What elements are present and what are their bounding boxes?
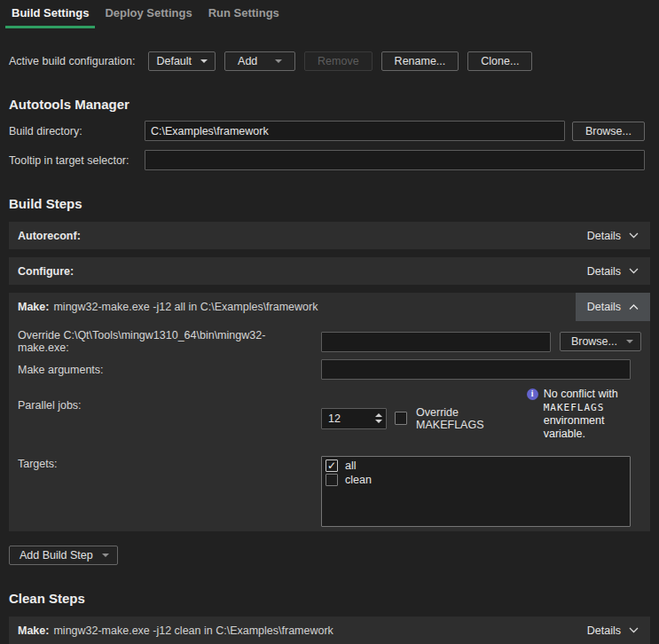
makeflags-info-text: No conflict with MAKEFLAGS environment v… (544, 388, 641, 441)
clean-make-details-button[interactable]: Details (576, 617, 650, 644)
autoreconf-step-bar: Autoreconf: Details (9, 222, 650, 249)
spin-up-icon[interactable] (375, 413, 382, 417)
configuration-combobox[interactable]: Default (148, 51, 216, 71)
make-arguments-label: Make arguments: (18, 364, 312, 376)
targets-label: Targets: (18, 458, 312, 470)
configure-details-button[interactable]: Details (576, 257, 650, 285)
info-text-before: No conflict with (544, 388, 618, 400)
info-text-after: environment variable. (544, 414, 605, 440)
spin-down-icon[interactable] (375, 420, 382, 423)
parallel-jobs-label: Parallel jobs: (18, 399, 312, 412)
details-label: Details (587, 230, 621, 242)
tooltip-selector-label: Tooltip in target selector: (9, 154, 137, 167)
clean-make-step-title: Make: (18, 624, 49, 637)
autoreconf-step-title: Autoreconf: (18, 230, 81, 242)
dropdown-arrow-icon (626, 340, 633, 343)
settings-tabbar: Build Settings Deploy Settings Run Setti… (0, 0, 659, 28)
clean-make-step-bar: Make: mingw32-make.exe -j12 clean in C:\… (9, 617, 650, 644)
parallel-jobs-row: Parallel jobs: 12 ✓ Override MAKEFLAGS i (18, 394, 641, 441)
parallel-jobs-field: 12 ✓ Override MAKEFLAGS i No conflict wi… (321, 396, 641, 441)
active-configuration-row: Active build configuration: Default Add … (9, 51, 650, 71)
tab-run-settings[interactable]: Run Settings (202, 0, 286, 28)
add-build-step-button[interactable]: Add Build Step (9, 546, 118, 565)
dropdown-arrow-icon (102, 554, 109, 557)
chevron-down-icon (629, 268, 639, 274)
target-clean-label: clean (345, 474, 372, 486)
target-item-all[interactable]: ✓ all (326, 459, 626, 473)
target-all-checkbox[interactable]: ✓ (326, 459, 338, 472)
autoreconf-details-button[interactable]: Details (576, 222, 650, 249)
add-build-step-label: Add Build Step (20, 549, 93, 562)
make-step-summary: mingw32-make.exe -j12 all in C:\Examples… (53, 301, 318, 313)
targets-row: Targets: ✓ all ✓ clean (18, 456, 641, 527)
spinner-arrows[interactable] (371, 409, 386, 428)
active-configuration-label: Active build configuration: (9, 55, 135, 67)
override-make-input[interactable] (321, 332, 551, 352)
build-directory-label: Build directory: (9, 125, 137, 137)
target-all-label: all (345, 459, 357, 472)
configure-step-title: Configure: (18, 265, 74, 278)
autotools-manager-heading: Autotools Manager (9, 97, 650, 112)
make-step-bar: Make: mingw32-make.exe -j12 all in C:\Ex… (9, 293, 650, 321)
override-make-label: Override C:\Qt\Tools\mingw1310_64\bin\mi… (18, 329, 312, 354)
target-clean-checkbox[interactable]: ✓ (326, 474, 338, 486)
clean-steps-heading: Clean Steps (9, 591, 650, 606)
details-label: Details (587, 265, 621, 278)
info-icon: i (527, 389, 538, 400)
rename-configuration-button[interactable]: Rename... (381, 51, 459, 71)
tooltip-selector-input[interactable] (145, 150, 645, 170)
configuration-combobox-value: Default (156, 55, 192, 67)
targets-listbox[interactable]: ✓ all ✓ clean (321, 456, 631, 527)
tab-deploy-settings[interactable]: Deploy Settings (98, 0, 198, 28)
build-settings-page: { "colors": { "page_bg": "#212121", "pan… (0, 0, 659, 644)
make-step-title: Make: (18, 301, 49, 313)
make-arguments-input[interactable] (321, 359, 631, 380)
make-step-panel: Make: mingw32-make.exe -j12 all in C:\Ex… (9, 293, 650, 531)
clone-configuration-button[interactable]: Clone... (467, 51, 532, 71)
dropdown-arrow-icon (275, 59, 282, 63)
build-steps-heading: Build Steps (9, 196, 650, 211)
checkmark-icon: ✓ (327, 460, 336, 471)
makeflags-info-note: i No conflict with MAKEFLAGS environment… (527, 388, 641, 441)
info-text-mono: MAKEFLAGS (544, 402, 605, 413)
add-configuration-button[interactable]: Add (224, 51, 295, 71)
parallel-jobs-value: 12 (322, 409, 371, 428)
override-make-browse-button[interactable]: Browse... (560, 332, 641, 351)
chevron-down-icon (200, 59, 208, 63)
tab-build-settings[interactable]: Build Settings (5, 0, 95, 28)
make-arguments-row: Make arguments: (18, 359, 641, 380)
build-directory-browse-button[interactable]: Browse... (572, 122, 645, 141)
chevron-up-icon (629, 304, 639, 310)
configure-step-bar: Configure: Details (9, 257, 650, 285)
tooltip-selector-row: Tooltip in target selector: (9, 150, 650, 170)
override-make-row: Override C:\Qt\Tools\mingw1310_64\bin\mi… (18, 329, 641, 354)
browse-label: Browse... (571, 335, 617, 348)
override-makeflags-checkbox[interactable]: ✓ (395, 412, 407, 425)
clean-make-step-summary: mingw32-make.exe -j12 clean in C:\Exampl… (53, 624, 333, 637)
details-label: Details (587, 301, 621, 313)
add-configuration-label: Add (238, 55, 257, 67)
build-directory-input[interactable] (145, 121, 565, 141)
target-item-clean[interactable]: ✓ clean (326, 473, 626, 487)
override-makeflags-label: Override MAKEFLAGS (416, 406, 519, 431)
details-label: Details (587, 624, 621, 637)
chevron-down-icon (629, 232, 639, 239)
build-directory-row: Build directory: Browse... (9, 121, 650, 141)
chevron-down-icon (629, 627, 639, 633)
remove-configuration-button[interactable]: Remove (304, 51, 373, 71)
parallel-jobs-spinner[interactable]: 12 (321, 408, 387, 429)
make-details-button[interactable]: Details (576, 293, 650, 321)
make-step-details: Override C:\Qt\Tools\mingw1310_64\bin\mi… (9, 321, 650, 531)
